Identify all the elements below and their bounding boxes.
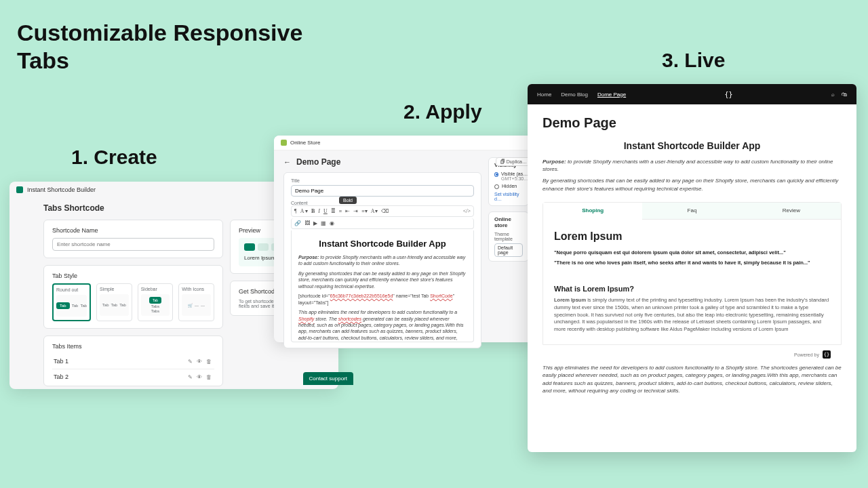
tab-heading: Lorem Ipsum (554, 230, 830, 243)
shortcode-name-input[interactable] (52, 238, 214, 251)
tab-style-card: Tab Style Round out TabTabTab Simple Tab… (43, 265, 223, 329)
page-title: Tabs Shortcode (43, 203, 104, 213)
duplicate-button[interactable]: 🗐 Duplica… (496, 157, 532, 166)
page-h1: Demo Page (542, 115, 842, 131)
nav-home[interactable]: Home (537, 92, 551, 98)
table-icon[interactable]: ▦ (321, 220, 326, 226)
list-ol-icon[interactable]: ≡ (339, 208, 342, 214)
footer-paragraph: This app eliminates the need for develop… (542, 364, 842, 394)
link-icon[interactable]: 🔗 (294, 220, 301, 226)
back-arrow-icon[interactable]: ← (283, 158, 291, 166)
hero-title: Customizable Responsive Tabs (17, 19, 302, 75)
clear-icon[interactable]: ⌫ (381, 208, 389, 214)
paragraph-icon[interactable]: ¶ (294, 208, 297, 214)
rte-content[interactable]: Instant Shortcode Builder App Purpose: t… (291, 230, 474, 342)
tab-shoping[interactable]: Shoping (543, 203, 642, 220)
step-label-live: 3. Live (662, 49, 725, 72)
tabs-items-card: Tabs Items Tab 1 ✎ 👁 🗑 Tab 2 ✎ 👁 🗑 (43, 336, 223, 386)
tab-style-label: Tab Style (52, 272, 214, 279)
page-title-row: ← Demo Page (283, 157, 481, 167)
hero-line1: Customizable Responsive (17, 19, 302, 47)
content-field-label: Content (291, 201, 474, 205)
section-heading: What is Lorem Ipsum? (554, 285, 830, 293)
step-label-apply: 2. Apply (403, 100, 482, 123)
list-ul-icon[interactable]: ≣ (331, 208, 336, 214)
bold-tooltip: Bold (339, 197, 357, 204)
nav-blog[interactable]: Demo Blog (561, 92, 588, 98)
visibility-visible-radio[interactable]: Visible (as…GMT+5:30… (494, 171, 523, 181)
font-icon[interactable]: A ▾ (300, 208, 308, 214)
bold-icon[interactable]: B (311, 208, 315, 214)
rte-toolbar-2[interactable]: 🔗 🖼 ▶ ▦ ◉ (291, 218, 474, 229)
underline-icon[interactable]: U (323, 208, 328, 214)
shortcode-name-label: Shortcode Name (52, 227, 214, 234)
style-option-simple[interactable]: Simple Tab Tab Tab (96, 283, 132, 321)
item-actions[interactable]: ✎ 👁 🗑 (188, 359, 213, 365)
step-label-create: 1. Create (71, 146, 157, 169)
indent-icon[interactable]: ⇥ (353, 208, 358, 214)
live-panel: Home Demo Blog Dome Page {} ⌕ 🛍 Demo Pag… (528, 84, 856, 452)
template-select[interactable]: Default page (494, 243, 523, 257)
tab-item[interactable]: Tab 2 ✎ 👁 🗑 (52, 369, 214, 384)
cart-icon[interactable]: 🛍 (842, 92, 847, 98)
title-field-label: Title (291, 178, 474, 183)
brand-logo-icon: {} (725, 91, 733, 98)
apply-panel: Online Store 🗐 Duplica… ← Demo Page Titl… (274, 136, 538, 342)
style-option-sidebar[interactable]: Sidebar TabTabsTabs (138, 283, 174, 321)
online-store-card: Online store Theme template Default page (488, 211, 529, 262)
brand-badge-icon: {} (823, 350, 831, 359)
quote-2: "There is no one who loves pain itself, … (554, 260, 830, 266)
hero-line2: Tabs (17, 47, 302, 75)
page-name: Demo Page (296, 157, 340, 167)
set-visibility-link[interactable]: Set visibility d… (494, 192, 523, 201)
search-icon[interactable]: ⌕ (831, 92, 835, 98)
tag-icon[interactable]: ◉ (330, 220, 334, 226)
tab-faq[interactable]: Faq (642, 203, 741, 219)
align-icon[interactable]: ≡▾ (361, 208, 368, 214)
visibility-hidden-radio[interactable]: Hidden (494, 184, 523, 189)
contact-support-button[interactable]: Contact support (303, 372, 353, 385)
style-option-icons[interactable]: With Icons 🛒⋯⋯ (178, 283, 214, 321)
outdent-icon[interactable]: ⇤ (345, 208, 350, 214)
rte-heading: Instant Shortcode Builder App (298, 239, 467, 249)
style-option-roundout[interactable]: Round out TabTabTab (52, 283, 91, 321)
item-actions[interactable]: ✎ 👁 🗑 (188, 374, 213, 380)
nav-page[interactable]: Dome Page (597, 92, 626, 98)
image-icon[interactable]: 🖼 (304, 220, 310, 226)
admin-breadcrumb: Online Store (274, 136, 538, 150)
italic-icon[interactable]: I (318, 208, 320, 214)
shortcode-id-link[interactable]: 65c36b77c3deb222b5516e5d (330, 293, 393, 298)
tab-item[interactable]: Tab 1 ✎ 👁 🗑 (52, 354, 214, 369)
app-name: Instant Shortcode Builder (27, 186, 96, 193)
quote-1: "Neque porro quisquam est qui dolorem ip… (554, 249, 830, 256)
storefront-nav: Home Demo Blog Dome Page {} ⌕ 🛍 (528, 84, 856, 104)
rte-toolbar[interactable]: ¶ A ▾ B I U ≣ ≡ ⇤ ⇥ ≡▾ A▾ ⌫ </> (291, 205, 474, 217)
app-logo-icon (16, 186, 23, 193)
body-text: Lorem Ipsum is simply dummy text of the … (554, 297, 830, 333)
cart-icon: 🛒 (188, 303, 193, 308)
shortcode-name-card: Shortcode Name (43, 220, 223, 258)
tab-review[interactable]: Review (742, 203, 841, 219)
color-icon[interactable]: A▾ (371, 208, 378, 214)
video-icon[interactable]: ▶ (313, 220, 317, 226)
page-h2: Instant Shortcode Builder App (542, 140, 842, 151)
tabs-widget: Shoping Faq Review Lorem Ipsum "Neque po… (542, 202, 842, 345)
shopify-logo-icon (281, 140, 287, 146)
powered-by: Powered by {} (553, 350, 831, 359)
code-icon[interactable]: </> (463, 208, 471, 214)
tabs-items-label: Tabs Items (52, 343, 214, 350)
title-input[interactable] (291, 185, 474, 197)
